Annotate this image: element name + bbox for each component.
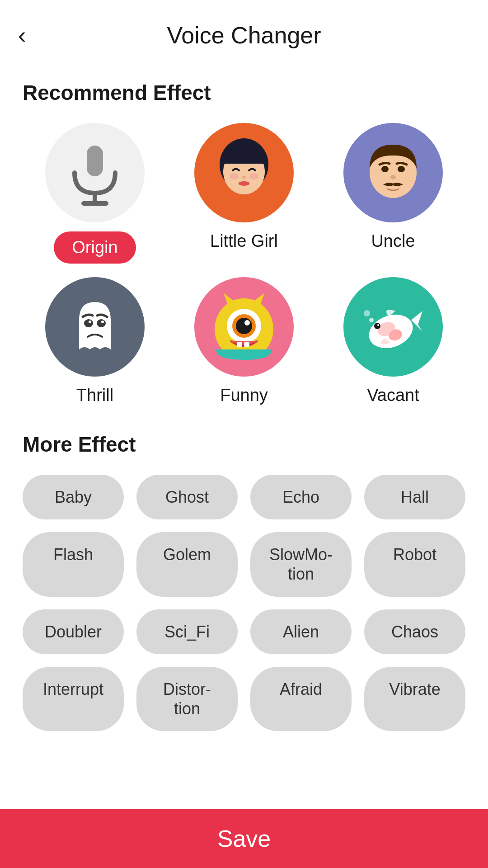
effect-circle-vacant [343, 277, 443, 377]
origin-badge: Origin [54, 231, 136, 264]
svg-rect-23 [244, 342, 249, 347]
svg-point-12 [390, 175, 396, 179]
tag-item-13[interactable]: Distor-tion [136, 667, 238, 731]
save-label: Save [217, 825, 271, 852]
little-girl-icon [203, 132, 285, 213]
tag-item-15[interactable]: Vibrate [364, 667, 465, 731]
recommend-section-title: Recommend Effect [0, 80, 488, 105]
tag-item-1[interactable]: Ghost [136, 475, 238, 519]
svg-point-28 [377, 324, 379, 326]
svg-point-6 [249, 173, 258, 179]
tag-item-3[interactable]: Hall [364, 475, 465, 519]
svg-point-30 [364, 310, 370, 316]
tag-item-14[interactable]: Afraid [250, 667, 352, 731]
effect-circle-little-girl [194, 123, 294, 222]
tag-item-12[interactable]: Interrupt [23, 667, 124, 731]
svg-point-20 [236, 318, 252, 334]
uncle-icon [352, 132, 434, 213]
tag-item-8[interactable]: Doubler [23, 609, 124, 654]
uncle-label: Uncle [371, 231, 415, 251]
funny-icon [203, 286, 285, 368]
svg-point-29 [369, 318, 374, 322]
effect-item-funny[interactable]: Funny [172, 277, 316, 405]
effect-item-little-girl[interactable]: Little Girl [172, 123, 316, 264]
tag-item-7[interactable]: Robot [364, 532, 465, 596]
little-girl-label: Little Girl [210, 231, 278, 251]
svg-rect-22 [237, 342, 242, 347]
recommend-grid: Origin [0, 123, 488, 405]
tag-item-11[interactable]: Chaos [364, 609, 465, 654]
vacant-label: Vacant [367, 386, 419, 405]
svg-point-15 [89, 321, 91, 323]
svg-point-21 [244, 320, 250, 326]
tag-item-5[interactable]: Golem [136, 532, 238, 596]
effect-item-origin[interactable]: Origin [23, 123, 167, 264]
page-title: Voice Changer [167, 22, 321, 49]
more-section-title: More Effect [0, 432, 488, 457]
more-section: More Effect BabyGhostEchoHallFlashGolemS… [0, 432, 488, 731]
tag-item-10[interactable]: Alien [250, 609, 352, 654]
svg-point-8 [239, 181, 249, 186]
vacant-icon [352, 286, 434, 368]
svg-point-7 [242, 176, 246, 179]
svg-point-16 [101, 321, 104, 323]
header: ‹ Voice Changer [0, 0, 488, 62]
effect-item-thrill[interactable]: Thrill [23, 277, 167, 405]
mic-icon [54, 132, 136, 213]
effect-item-vacant[interactable]: Vacant [321, 277, 465, 405]
svg-point-11 [398, 166, 405, 172]
tag-item-9[interactable]: Sci_Fi [136, 609, 238, 654]
funny-label: Funny [220, 386, 268, 405]
svg-point-10 [381, 166, 389, 172]
effect-circle-thrill [45, 277, 145, 377]
svg-rect-0 [87, 146, 103, 176]
svg-point-13 [84, 319, 93, 327]
tag-item-6[interactable]: SlowMo-tion [250, 532, 352, 596]
effect-circle-uncle [343, 123, 443, 222]
tag-item-4[interactable]: Flash [23, 532, 124, 596]
svg-point-5 [230, 173, 239, 179]
recommend-section: Recommend Effect Origin [0, 80, 488, 405]
save-button[interactable]: Save [0, 809, 488, 868]
thrill-icon [54, 286, 136, 368]
effect-circle-funny [194, 277, 294, 377]
tag-item-2[interactable]: Echo [250, 475, 352, 519]
back-button[interactable]: ‹ [18, 24, 26, 47]
svg-point-14 [97, 319, 106, 327]
tags-grid: BabyGhostEchoHallFlashGolemSlowMo-tionRo… [0, 475, 488, 731]
tag-item-0[interactable]: Baby [23, 475, 124, 519]
effect-item-uncle[interactable]: Uncle [321, 123, 465, 264]
svg-point-27 [374, 323, 380, 329]
thrill-label: Thrill [76, 386, 113, 405]
effect-circle-origin [45, 123, 145, 222]
